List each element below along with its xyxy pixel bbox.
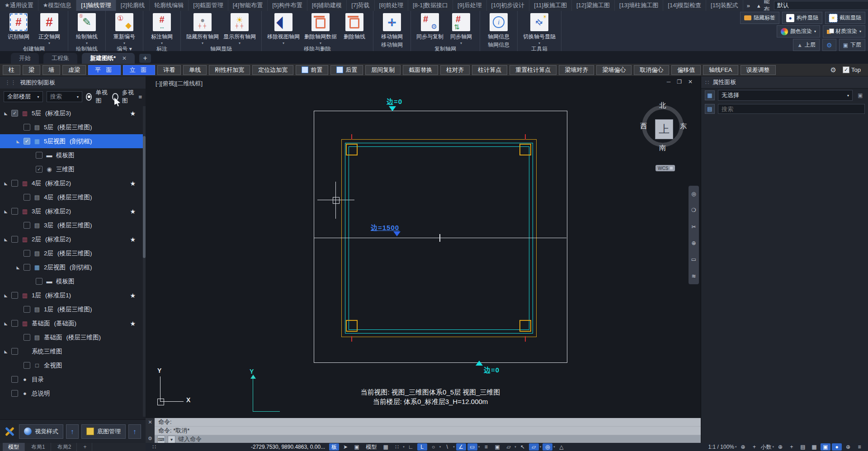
annotation-icon[interactable]: △ bbox=[557, 443, 566, 451]
ribbon-button-grid-sync[interactable]: #⇅同步轴网▾ bbox=[448, 13, 474, 45]
expand-caret-icon[interactable]: ◣ bbox=[4, 293, 8, 298]
tree-checkbox[interactable]: ✓ bbox=[24, 138, 30, 145]
tree-checkbox[interactable] bbox=[36, 152, 42, 159]
render-材质渲染-button[interactable]: 材质渲染▾ bbox=[823, 25, 865, 38]
expand-caret-icon[interactable]: ◣ bbox=[4, 237, 8, 242]
window-icon[interactable]: ▦ bbox=[809, 443, 819, 451]
single-view-radio[interactable] bbox=[86, 93, 92, 101]
lineweight-icon[interactable]: ▭ bbox=[467, 443, 477, 451]
tree-checkbox[interactable]: ✓ bbox=[11, 110, 18, 117]
layer-gear-blue-button[interactable]: ⚙ bbox=[822, 39, 836, 51]
chevron-down-icon[interactable]: ▾ bbox=[439, 445, 441, 449]
precision-control[interactable]: 小数▾ bbox=[760, 443, 774, 451]
ribbon-button-pencil[interactable]: ✎①绘制轴线▾ bbox=[74, 13, 100, 45]
gizmo-icon[interactable]: ◎ bbox=[542, 443, 552, 451]
orbit-icon[interactable]: ◎ bbox=[691, 191, 696, 197]
favorite-star-icon[interactable]: ★ bbox=[130, 208, 136, 215]
favorite-star-icon[interactable]: ★ bbox=[130, 292, 136, 299]
tools-icon[interactable] bbox=[3, 425, 16, 438]
compass-west[interactable]: 西 bbox=[640, 122, 647, 131]
tree-item-4层[interactable]: ◣▥4层(标准层2)★ bbox=[0, 176, 143, 190]
ribbon-button-renumber[interactable]: ①◆重新编号▾ bbox=[111, 13, 137, 45]
tree-checkbox[interactable] bbox=[11, 208, 18, 215]
expand-caret-icon[interactable]: ◣ bbox=[4, 181, 8, 186]
clip-icon[interactable]: ✂ bbox=[691, 224, 696, 230]
pan-icon[interactable]: ⊕ bbox=[775, 443, 785, 451]
chevron-down-icon[interactable]: ▾ bbox=[514, 445, 516, 449]
ribbon-button-move[interactable]: +●移动轴网 bbox=[379, 13, 405, 41]
tree-checkbox[interactable] bbox=[24, 194, 30, 201]
compass-east[interactable]: 东 bbox=[680, 122, 687, 131]
measure-icon[interactable]: ⊕ bbox=[691, 240, 696, 246]
grid-display-icon[interactable]: ▦ bbox=[381, 443, 391, 451]
close-tab-icon[interactable]: ✕ bbox=[122, 55, 127, 61]
dynamic-input-icon[interactable]: ∠ bbox=[456, 443, 466, 451]
toolbar-button[interactable]: 重置柱计算点 bbox=[509, 65, 557, 75]
menu-overflow-icon[interactable]: » bbox=[743, 0, 754, 11]
menu-item[interactable]: [12]梁施工图 bbox=[572, 0, 615, 11]
expand-caret-icon[interactable]: ◣ bbox=[4, 209, 8, 214]
menu-item[interactable]: [3]截面管理 bbox=[189, 0, 228, 11]
favorite-star-icon[interactable]: ★ bbox=[130, 110, 136, 117]
menu-item[interactable]: ★通用设置 bbox=[0, 0, 38, 11]
base-map-button[interactable]: 底图管理 bbox=[81, 424, 126, 439]
viewcube-top-face[interactable]: 上 bbox=[655, 119, 673, 139]
ribbon-button-grid-gear[interactable]: #⚙同步与复制 bbox=[416, 13, 443, 41]
toolbar-button[interactable]: 单线 bbox=[183, 65, 207, 75]
expand-caret-icon[interactable]: ◣ bbox=[4, 111, 8, 116]
command-tools-icon[interactable]: ⚙ bbox=[148, 436, 152, 442]
tree-checkbox[interactable] bbox=[24, 362, 30, 369]
tree-checkbox[interactable] bbox=[11, 320, 18, 327]
tree-checkbox[interactable] bbox=[24, 222, 30, 229]
wcs-badge[interactable]: WCS bbox=[656, 165, 675, 171]
crosshair-icon[interactable]: + bbox=[749, 443, 759, 451]
toolbar-button[interactable]: 截面替换 bbox=[403, 65, 438, 75]
render-颜色渲染-button[interactable]: 颜色渲染▾ bbox=[777, 25, 820, 38]
tree-item-目录[interactable]: ●目录 bbox=[0, 372, 143, 386]
toolbar-button[interactable]: 墙 bbox=[42, 65, 60, 75]
base-map-up-button[interactable]: ↑ bbox=[128, 424, 141, 439]
visual-style-up-button[interactable]: ↑ bbox=[66, 424, 79, 439]
menu-collapse-icon[interactable]: ▴ bbox=[754, 0, 764, 11]
toolbar-button[interactable]: 前置 bbox=[296, 65, 328, 75]
view-tag[interactable]: [-][俯视][二维线框] bbox=[156, 80, 203, 88]
toolbar-button[interactable]: 柱计算点 bbox=[472, 65, 507, 75]
object-snap-icon[interactable]: ○ bbox=[429, 443, 439, 451]
ribbon-button-info[interactable]: i轴网信息 bbox=[486, 13, 512, 41]
doc-tab[interactable]: 开始 bbox=[11, 53, 39, 64]
toolbar-button[interactable]: 后置 bbox=[330, 65, 363, 75]
toolbar-button[interactable]: 柱 bbox=[3, 65, 20, 75]
menu-item[interactable]: [1]轴线管理 bbox=[76, 0, 116, 11]
tree-item-2层视图[interactable]: ◣▦2层视图(剖切框) bbox=[0, 260, 143, 274]
ribbon-button-toggle-bulb[interactable]: ⇄☀切换轴号显隐▾ bbox=[523, 13, 556, 45]
toggle-构件显隐-button[interactable]: ●构件显隐 bbox=[782, 12, 822, 24]
minimize-view-icon[interactable]: ─ bbox=[667, 79, 671, 85]
toggle-隐藏标签-button[interactable]: 隐藏标签 bbox=[740, 12, 779, 24]
visual-style-button[interactable]: 视觉样式 bbox=[19, 424, 63, 439]
toolbar-button[interactable]: 详看 bbox=[157, 65, 181, 75]
clean-screen-icon[interactable]: ⊕ bbox=[843, 443, 853, 451]
tree-item-1层[interactable]: ▤1层(楼层三维图) bbox=[0, 302, 143, 316]
tree-checkbox[interactable] bbox=[24, 264, 30, 271]
toolbar-button[interactable]: 偏移值 bbox=[671, 65, 701, 75]
chevron-down-icon[interactable]: ▾ bbox=[403, 445, 405, 449]
toolbar-button[interactable]: 轴线FEA bbox=[703, 65, 738, 75]
ortho-mode-icon[interactable]: ∟ bbox=[406, 443, 416, 451]
snap-settings-icon[interactable]: ∷ bbox=[392, 443, 402, 451]
menu-item[interactable]: [6]辅助建模 bbox=[307, 0, 347, 11]
tree-checkbox[interactable] bbox=[24, 250, 30, 257]
tree-item-总说明[interactable]: ●总说明 bbox=[0, 386, 143, 400]
layout-tab-模型[interactable]: 模型 bbox=[3, 443, 25, 451]
toolbar-button[interactable]: 刚性杆加宽 bbox=[209, 65, 250, 75]
tree-item-模板图[interactable]: ▬模板图 bbox=[0, 274, 143, 288]
layer-上层-button[interactable]: ▲上层 bbox=[793, 39, 820, 51]
tree-item-全视图[interactable]: □全视图 bbox=[0, 358, 143, 372]
polar-tracking-icon[interactable]: L bbox=[417, 443, 427, 451]
toolbar-button[interactable]: 层间复制 bbox=[365, 65, 401, 75]
expand-caret-icon[interactable]: ◣ bbox=[4, 349, 8, 354]
chevron-down-icon[interactable]: ▾ bbox=[540, 445, 542, 449]
menu-item[interactable]: [9]后处理 bbox=[453, 0, 486, 11]
tree-checkbox[interactable] bbox=[36, 278, 42, 285]
tree-checkbox[interactable] bbox=[11, 376, 18, 383]
chevron-down-icon[interactable]: ▾ bbox=[453, 445, 455, 449]
